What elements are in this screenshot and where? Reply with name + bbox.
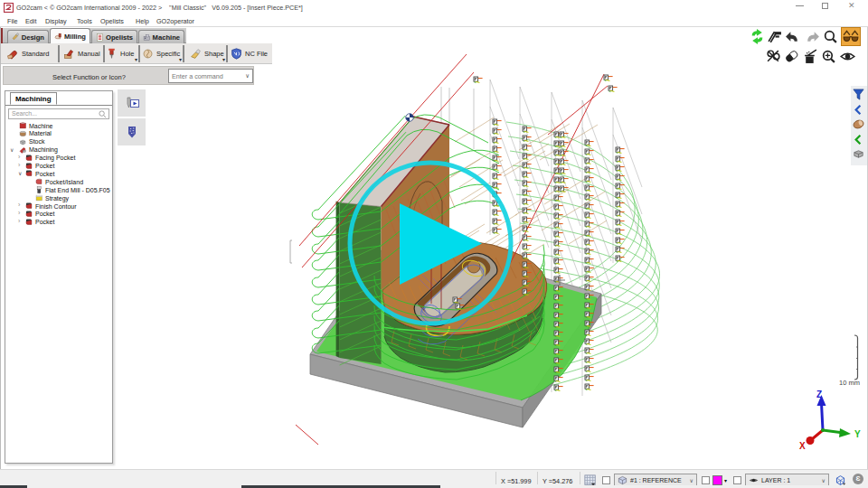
svg-text:10 mm: 10 mm bbox=[839, 379, 860, 387]
svg-text:Z: Z bbox=[816, 389, 822, 399]
svg-text:Y: Y bbox=[854, 429, 861, 439]
svg-text:X: X bbox=[799, 441, 806, 451]
